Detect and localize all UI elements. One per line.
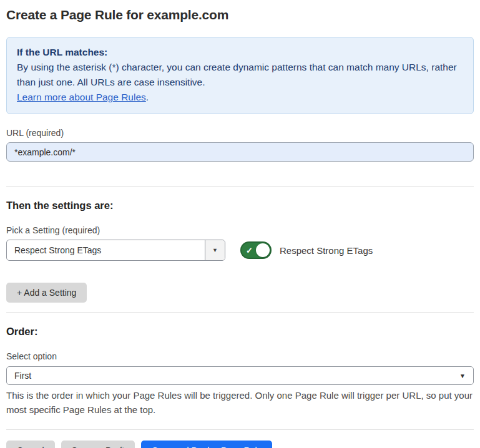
- page-title: Create a Page Rule for example.com: [6, 7, 474, 22]
- url-field-label: URL (required): [6, 128, 474, 138]
- save-deploy-button[interactable]: Save and Deploy Page Rule: [141, 441, 272, 448]
- url-match-info-box: If the URL matches: By using the asteris…: [6, 37, 474, 114]
- learn-more-link[interactable]: Learn more about Page Rules: [17, 92, 146, 102]
- cancel-button[interactable]: Cancel: [6, 441, 55, 448]
- save-draft-button[interactable]: Save as Draft: [61, 441, 135, 448]
- chevron-down-icon[interactable]: ▼: [205, 240, 225, 260]
- page-rule-form: Create a Page Rule for example.com If th…: [0, 0, 480, 448]
- divider: [6, 186, 474, 187]
- add-setting-button[interactable]: + Add a Setting: [6, 283, 87, 303]
- info-box-heading: If the URL matches:: [17, 45, 463, 60]
- setting-row: Respect Strong ETags ▼ ✓ Respect Strong …: [6, 240, 474, 261]
- setting-toggle[interactable]: ✓: [240, 241, 272, 259]
- info-box-link-line: Learn more about Page Rules.: [17, 90, 463, 105]
- order-select-value: First: [14, 371, 31, 381]
- url-input[interactable]: [6, 142, 474, 162]
- chevron-down-icon: ▼: [459, 373, 466, 379]
- setting-select[interactable]: Respect Strong ETags ▼: [6, 240, 225, 261]
- divider: [6, 312, 474, 313]
- order-select-label: Select option: [6, 351, 474, 361]
- order-select[interactable]: First ▼: [6, 366, 474, 385]
- divider: [6, 429, 474, 430]
- action-bar: Cancel Save as Draft Save and Deploy Pag…: [6, 441, 474, 448]
- toggle-knob: [256, 243, 270, 257]
- link-suffix: .: [146, 92, 149, 102]
- setting-picker-label: Pick a Setting (required): [6, 225, 474, 235]
- order-heading: Order:: [6, 326, 474, 338]
- order-help-text: This is the order in which your Page Rul…: [6, 388, 474, 417]
- info-box-body: By using the asterisk (*) character, you…: [17, 60, 463, 90]
- toggle-label: Respect Strong ETags: [280, 245, 373, 256]
- settings-heading: Then the settings are:: [6, 200, 474, 212]
- check-icon: ✓: [246, 246, 253, 255]
- setting-select-value: Respect Strong ETags: [7, 240, 205, 260]
